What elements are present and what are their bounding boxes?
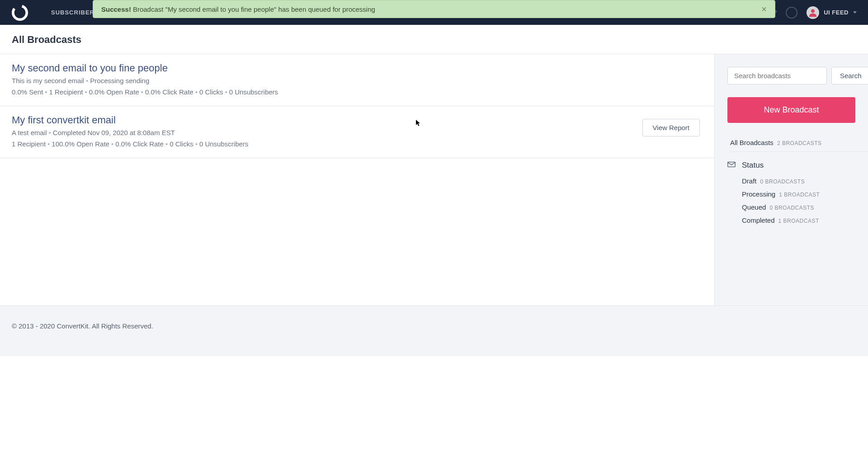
close-icon[interactable]: × [761, 5, 767, 14]
success-alert: Success! Broadcast "My second email to y… [93, 0, 775, 18]
broadcast-list: My second email to you fine peopleThis i… [0, 54, 714, 305]
status-header-label: Status [742, 161, 764, 170]
status-label: Processing [742, 190, 775, 198]
logo[interactable] [11, 4, 28, 21]
broadcast-item: My second email to you fine peopleThis i… [0, 54, 714, 106]
broadcast-stats: 1 Recipient•100.0% Open Rate•0.0% Click … [12, 140, 703, 148]
search-input[interactable] [727, 67, 827, 84]
user-name: UI FEED [824, 9, 849, 16]
search-button[interactable]: Search [831, 67, 868, 84]
broadcast-meta: A test email•Completed Nov 09, 2020 at 8… [12, 129, 703, 136]
status-count: 1 BROADCAST [778, 218, 819, 224]
filter-label: All Broadcasts [730, 139, 774, 146]
broadcast-meta: This is my second email•Processing sendi… [12, 77, 703, 84]
svg-rect-3 [728, 162, 735, 167]
status-list: Draft0 BROADCASTSProcessing1 BROADCASTQu… [727, 174, 855, 227]
filter-all-broadcasts[interactable]: All Broadcasts 2 BROADCASTS [730, 134, 868, 152]
broadcast-title[interactable]: My first convertkit email [12, 114, 703, 126]
page-title: All Broadcasts [12, 34, 856, 46]
alert-strong: Success! [101, 5, 131, 13]
status-filter-processing[interactable]: Processing1 BROADCAST [727, 188, 855, 201]
broadcast-title[interactable]: My second email to you fine people [12, 62, 703, 74]
user-menu[interactable]: UI FEED [807, 6, 857, 19]
status-header: Status [727, 161, 855, 170]
footer: © 2013 - 2020 ConvertKit. All Rights Res… [0, 305, 868, 356]
view-report-button[interactable]: View Report [642, 119, 700, 136]
sidebar: Search New Broadcast All Broadcasts 2 BR… [714, 54, 868, 305]
status-count: 1 BROADCAST [779, 192, 820, 198]
svg-point-2 [811, 9, 815, 13]
status-count: 0 BROADCASTS [760, 178, 805, 185]
search-icon[interactable] [786, 7, 797, 19]
nav-right: ? UI FEED [774, 6, 857, 19]
envelope-icon [727, 161, 736, 169]
page-header: All Broadcasts [0, 25, 868, 54]
status-label: Queued [742, 203, 766, 211]
status-filter-completed[interactable]: Completed1 BROADCAST [727, 214, 855, 227]
filter-count: 2 BROADCASTS [777, 140, 822, 146]
layout: My second email to you fine peopleThis i… [0, 54, 868, 305]
alert-message: Broadcast "My second email to you fine p… [133, 5, 375, 13]
avatar [807, 6, 819, 19]
broadcast-item: My first convertkit emailA test email•Co… [0, 106, 714, 158]
footer-text: © 2013 - 2020 ConvertKit. All Rights Res… [12, 322, 153, 330]
chevron-down-icon [853, 11, 857, 14]
status-filter-queued[interactable]: Queued0 BROADCASTS [727, 201, 855, 214]
status-label: Draft [742, 177, 757, 185]
nav-subscribers[interactable]: SUBSCRIBERS [51, 9, 99, 16]
search-row: Search [727, 67, 855, 84]
new-broadcast-button[interactable]: New Broadcast [727, 97, 855, 123]
status-filter-draft[interactable]: Draft0 BROADCASTS [727, 174, 855, 188]
broadcast-stats: 0.0% Sent•1 Recipient•0.0% Open Rate•0.0… [12, 88, 703, 96]
status-count: 0 BROADCASTS [769, 205, 814, 211]
top-nav: Success! Broadcast "My second email to y… [0, 0, 868, 25]
status-label: Completed [742, 216, 775, 224]
